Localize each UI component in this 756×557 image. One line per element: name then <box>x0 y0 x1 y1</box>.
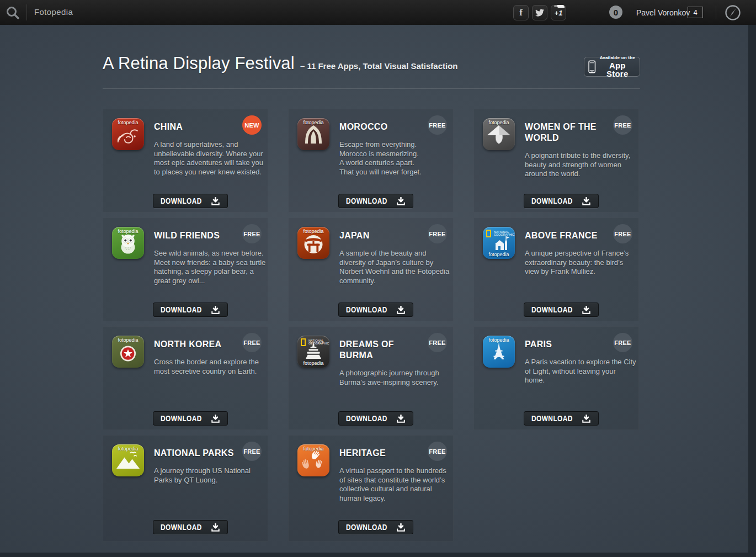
download-button[interactable]: DOWNLOAD <box>338 411 413 426</box>
page-content: A Retina Display Festival – 11 Free Apps… <box>0 25 748 553</box>
plus-one-icon: +1 <box>555 9 563 17</box>
user-count-badge[interactable]: 4 <box>688 7 703 18</box>
fotopedia-label: fotopedia <box>297 229 329 234</box>
app-card[interactable]: fotopedia FREE HERITAGE A virtual passpo… <box>288 435 454 542</box>
natgeo-logo-icon <box>301 338 306 346</box>
app-card[interactable]: fotopedia FREE MOROCCO Escape from every… <box>288 109 454 213</box>
download-button[interactable]: DOWNLOAD <box>338 194 413 208</box>
twitter-button[interactable] <box>532 5 547 20</box>
divider <box>716 6 716 19</box>
download-label: DOWNLOAD <box>346 414 387 423</box>
app-description: See wild animals, as never before. Meet … <box>154 249 267 285</box>
download-icon <box>211 197 220 205</box>
download-icon <box>582 197 591 205</box>
plus-one-button[interactable]: +1 <box>551 5 566 20</box>
app-description: A photographic journey through Burma’s a… <box>339 369 452 387</box>
download-icon <box>582 306 591 314</box>
app-description: A journey through US National Parks by Q… <box>154 466 267 485</box>
facebook-button[interactable]: f <box>513 5 529 20</box>
app-description: A unique perspective of France’s extraor… <box>525 249 637 277</box>
app-title: ABOVE FRANCE <box>525 230 614 241</box>
download-label: DOWNLOAD <box>531 305 573 314</box>
natgeo-label: NATIONAL GEOGRAPHIC <box>494 230 514 236</box>
app-title: NORTH KOREA <box>154 339 243 350</box>
download-button[interactable]: DOWNLOAD <box>153 411 228 426</box>
compass-icon[interactable] <box>724 4 742 22</box>
fotopedia-label: fotopedia <box>297 446 329 452</box>
download-icon <box>211 306 220 314</box>
download-button[interactable]: DOWNLOAD <box>153 520 228 534</box>
app-title: NATIONAL PARKS <box>154 448 243 459</box>
app-card[interactable]: fotopedia FREE WOMEN OF THE WORLD A poig… <box>473 109 639 213</box>
download-button[interactable]: DOWNLOAD <box>338 303 413 317</box>
download-button[interactable]: DOWNLOAD <box>524 303 599 317</box>
download-button[interactable]: DOWNLOAD <box>338 520 413 534</box>
app-card[interactable]: fotopedia NEW CHINA A land of superlativ… <box>103 109 268 213</box>
above-france-natgeo-icon: NATIONAL GEOGRAPHICfotopedia <box>483 227 515 259</box>
app-title: HERITAGE <box>339 448 429 459</box>
fotopedia-label: fotopedia <box>112 120 144 125</box>
app-card[interactable]: fotopedia FREE NORTH KOREA Cross the bor… <box>103 326 268 430</box>
app-store-line2: App Store <box>599 61 636 78</box>
page-header: A Retina Display Festival – 11 Free Apps… <box>103 54 458 73</box>
fotopedia-label: fotopedia <box>112 337 144 343</box>
natgeo-logo-icon <box>486 230 491 237</box>
app-description: Escape from everything. Morocco is mesme… <box>339 140 452 177</box>
download-icon <box>396 415 406 423</box>
fotopedia-label: fotopedia <box>483 337 515 343</box>
fotopedia-label: fotopedia <box>112 229 144 234</box>
download-icon <box>396 306 406 314</box>
header-divider <box>103 88 640 89</box>
natgeo-label: NATIONAL GEOGRAPHIC <box>308 339 329 345</box>
notification-badge[interactable]: 0 <box>609 6 622 19</box>
app-store-badge[interactable]: Available on the App Store <box>584 57 640 77</box>
app-description: A virtual passport to the hundreds of si… <box>339 466 452 503</box>
app-card[interactable]: fotopedia FREE WILD FRIENDS See wild ani… <box>103 218 268 321</box>
fotopedia-label: fotopedia <box>483 120 515 125</box>
app-title: WILD FRIENDS <box>154 230 243 241</box>
download-label: DOWNLOAD <box>346 523 387 532</box>
heritage-hands-icon: fotopedia <box>297 444 329 476</box>
download-label: DOWNLOAD <box>346 197 387 205</box>
app-description: A poignant tribute to the diversity, bea… <box>525 151 637 179</box>
app-card[interactable]: NATIONAL GEOGRAPHICfotopedia FREE ABOVE … <box>473 218 639 321</box>
download-button[interactable]: DOWNLOAD <box>524 411 599 426</box>
download-label: DOWNLOAD <box>531 197 573 205</box>
download-label: DOWNLOAD <box>161 197 202 205</box>
app-title: WOMEN OF THE WORLD <box>525 121 614 144</box>
brand-text: Fotopedia <box>34 7 73 17</box>
national-parks-mountain-icon: fotopedia <box>112 444 144 476</box>
download-button[interactable]: DOWNLOAD <box>153 303 228 317</box>
app-card[interactable]: fotopedia FREE NATIONAL PARKS A journey … <box>103 435 268 542</box>
download-button[interactable]: DOWNLOAD <box>153 194 228 208</box>
app-grid: fotopedia NEW CHINA A land of superlativ… <box>103 109 639 542</box>
app-title: CHINA <box>154 121 243 132</box>
paris-eiffel-icon: fotopedia <box>483 336 515 368</box>
download-icon <box>396 523 406 532</box>
morocco-arch-icon: fotopedia <box>297 118 329 150</box>
fotopedia-label: fotopedia <box>112 446 144 452</box>
page-title: A Retina Display Festival <box>103 54 295 73</box>
dreams-of-burma-natgeo-icon: NATIONAL GEOGRAPHICfotopedia <box>297 336 329 368</box>
fotopedia-label: fotopedia <box>483 252 515 257</box>
app-title: DREAMS OF BURMA <box>339 339 429 361</box>
facebook-icon: f <box>519 7 523 18</box>
japan-torii-icon: fotopedia <box>297 227 329 259</box>
user-name[interactable]: Pavel Voronkov <box>636 8 690 17</box>
download-icon <box>211 415 220 423</box>
app-card[interactable]: fotopedia FREE PARIS A Paris vacation to… <box>473 326 639 430</box>
app-card[interactable]: NATIONAL GEOGRAPHICfotopedia FREE DREAMS… <box>288 326 454 430</box>
search-icon[interactable] <box>6 6 20 20</box>
app-title: PARIS <box>525 339 614 350</box>
download-icon <box>211 523 220 532</box>
women-of-the-world-icon: fotopedia <box>483 118 515 150</box>
app-title: MOROCCO <box>339 121 429 132</box>
north-korea-star-icon: fotopedia <box>112 336 144 368</box>
download-button[interactable]: DOWNLOAD <box>524 194 599 208</box>
fotopedia-label: fotopedia <box>297 120 329 125</box>
download-icon <box>582 415 591 423</box>
app-card[interactable]: fotopedia FREE JAPAN A sample of the bea… <box>288 218 454 321</box>
download-label: DOWNLOAD <box>161 414 202 423</box>
iphone-icon <box>588 60 596 74</box>
download-icon <box>396 197 406 205</box>
